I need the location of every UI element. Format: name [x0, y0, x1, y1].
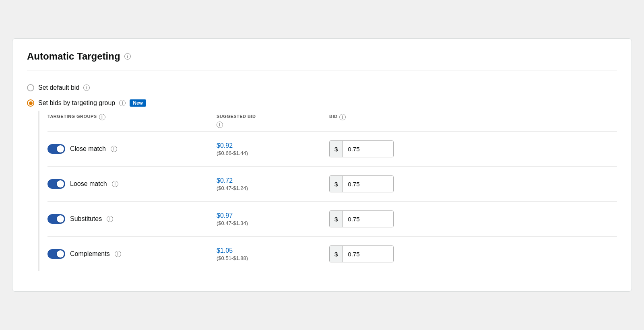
targeting-groups-header-info[interactable]: i [99, 114, 105, 120]
bid-input-substitutes[interactable] [343, 211, 393, 227]
suggested-bid-info-sub: i [217, 122, 223, 128]
row-name-close_match: Close match [70, 145, 106, 153]
radio-default-bid[interactable]: Set default bid i [27, 84, 617, 91]
targeting-group-info-icon[interactable]: i [119, 100, 126, 106]
toggle-close_match[interactable] [47, 144, 65, 154]
automatic-targeting-card: Automatic Targeting i Set default bid i … [12, 38, 632, 292]
row-label-substitutes: Substitutes i [47, 214, 217, 224]
table-row-substitutes: Substitutes i $0.97 ($0.47-$1.34) $ [47, 201, 617, 236]
bid-input-group-substitutes: $ [329, 210, 394, 227]
table-row-complements: Complements i $1.05 ($0.51-$1.88) $ [47, 236, 617, 271]
radio-targeting-group-label: Set bids by targeting group [38, 99, 115, 107]
bid-currency-complements: $ [330, 246, 343, 262]
card-title-text: Automatic Targeting [27, 51, 120, 62]
substitutes-info-icon[interactable]: i [107, 216, 113, 222]
radio-default-bid-input[interactable] [27, 84, 34, 91]
row-label-loose_match: Loose match i [47, 179, 217, 189]
suggested-bid-header-info[interactable]: i [217, 122, 223, 128]
suggested-bid-complements: $1.05 ($0.51-$1.88) [217, 247, 329, 261]
card-title-section: Automatic Targeting i [27, 51, 617, 70]
radio-targeting-group-input[interactable] [27, 99, 34, 107]
col-header-targeting-groups: TARGETING GROUPS i [47, 114, 217, 128]
new-badge: New [130, 99, 146, 107]
bid-currency-close_match: $ [330, 141, 343, 157]
bid-amount-substitutes: $0.97 [217, 212, 329, 219]
row-name-loose_match: Loose match [70, 180, 107, 188]
toggle-loose_match[interactable] [47, 179, 65, 189]
bid-range-complements: ($0.51-$1.88) [217, 255, 329, 261]
loose_match-info-icon[interactable]: i [112, 181, 118, 187]
bid-header-info[interactable]: i [339, 114, 346, 120]
bid-range-loose_match: ($0.47-$1.24) [217, 185, 329, 191]
radio-options-section: Set default bid i Set bids by targeting … [27, 80, 617, 275]
table-row-loose_match: Loose match i $0.72 ($0.47-$1.24) $ [47, 166, 617, 201]
row-name-complements: Complements [70, 250, 110, 258]
bid-amount-loose_match: $0.72 [217, 177, 329, 184]
suggested-bid-close_match: $0.92 ($0.66-$1.44) [217, 142, 329, 156]
bid-input-group-loose_match: $ [329, 175, 394, 192]
targeting-table: TARGETING GROUPS i SUGGESTED BID i BID i [38, 111, 617, 271]
col-header-suggested-bid: SUGGESTED BID i [217, 114, 329, 128]
bid-input-group-complements: $ [329, 245, 394, 262]
col-header-bid: BID i [329, 114, 450, 128]
toggle-complements[interactable] [47, 249, 65, 259]
suggested-bid-loose_match: $0.72 ($0.47-$1.24) [217, 177, 329, 191]
radio-targeting-group[interactable]: Set bids by targeting group i New [27, 99, 617, 107]
bid-range-close_match: ($0.66-$1.44) [217, 150, 329, 156]
bid-input-loose_match[interactable] [343, 176, 393, 192]
toggle-substitutes[interactable] [47, 214, 65, 224]
row-label-close_match: Close match i [47, 144, 217, 154]
bid-input-group-close_match: $ [329, 140, 394, 157]
table-header: TARGETING GROUPS i SUGGESTED BID i BID i [47, 111, 617, 131]
radio-default-bid-label: Set default bid [38, 84, 79, 91]
complements-info-icon[interactable]: i [115, 251, 121, 257]
close_match-info-icon[interactable]: i [111, 146, 117, 152]
bid-currency-loose_match: $ [330, 176, 343, 192]
row-name-substitutes: Substitutes [70, 215, 102, 223]
suggested-bid-substitutes: $0.97 ($0.47-$1.34) [217, 212, 329, 226]
bid-amount-complements: $1.05 [217, 247, 329, 254]
bid-input-complements[interactable] [343, 246, 393, 262]
bid-range-substitutes: ($0.47-$1.34) [217, 220, 329, 226]
title-info-icon[interactable]: i [124, 53, 131, 60]
bid-currency-substitutes: $ [330, 211, 343, 227]
table-rows-container: Close match i $0.92 ($0.66-$1.44) $ Loos… [47, 131, 617, 271]
row-label-complements: Complements i [47, 249, 217, 259]
default-bid-info-icon[interactable]: i [83, 85, 90, 91]
bid-amount-close_match: $0.92 [217, 142, 329, 149]
bid-input-close_match[interactable] [343, 141, 393, 157]
table-row-close_match: Close match i $0.92 ($0.66-$1.44) $ [47, 131, 617, 166]
